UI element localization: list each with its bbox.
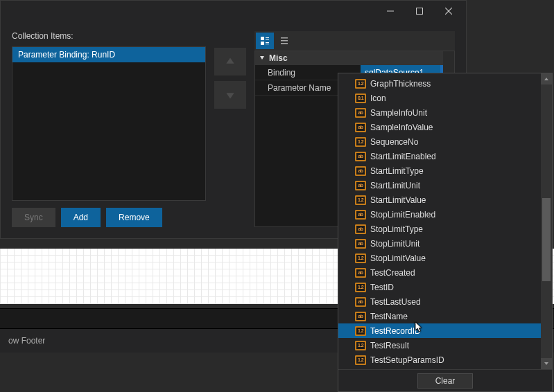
property-section-misc[interactable]: Misc: [255, 51, 454, 65]
property-section-label: Misc: [269, 53, 288, 63]
field-type-icon: ab: [355, 210, 366, 220]
dropdown-item[interactable]: abTestLastUsed: [338, 294, 552, 309]
list-item[interactable]: Parameter Binding: RunID: [12, 47, 205, 62]
dropdown-item-label: StartLimitType: [370, 166, 424, 176]
add-button[interactable]: Add: [61, 208, 101, 227]
svg-rect-5: [266, 37, 269, 38]
dropdown-item[interactable]: 1.2StartLimitValue: [338, 193, 552, 207]
svg-rect-1: [417, 8, 423, 15]
dropdown-item-label: TestCreated: [370, 268, 415, 278]
dropdown-item-label: TestLastUsed: [370, 297, 421, 307]
dropdown-item-label: StopLimitValue: [370, 253, 426, 263]
dropdown-item-label: TestName: [370, 312, 408, 321]
collection-items-panel: Collection Items: Parameter Binding: Run…: [12, 31, 206, 227]
dropdown-item[interactable]: abStopLimitEnabled: [338, 207, 552, 222]
field-type-icon: 1.2: [355, 137, 366, 147]
field-type-icon: 1.2: [355, 326, 366, 336]
close-button[interactable]: [434, 1, 463, 21]
collection-items-label: Collection Items:: [12, 31, 206, 41]
field-type-icon: 1.2: [355, 253, 366, 263]
property-toolbar: [254, 31, 455, 51]
svg-rect-6: [266, 39, 269, 39]
dropdown-item[interactable]: 1.2TestRecordID: [338, 323, 552, 338]
dropdown-item-label: StopLimitUnit: [370, 239, 419, 249]
field-type-icon: ab: [355, 181, 366, 190]
dropdown-item[interactable]: abStartLimitUnit: [338, 178, 552, 193]
svg-rect-11: [281, 40, 288, 42]
dropdown-item-label: SequenceNo: [370, 137, 418, 147]
dropdown-item[interactable]: abSampleInfoValue: [338, 120, 552, 134]
collection-items-listbox[interactable]: Parameter Binding: RunID: [12, 46, 206, 201]
svg-rect-9: [266, 44, 269, 44]
field-type-icon: ab: [355, 123, 366, 132]
remove-button[interactable]: Remove: [106, 208, 162, 227]
titlebar: [1, 1, 466, 21]
field-type-icon: ab: [355, 268, 366, 278]
dropdown-item[interactable]: 1.2TestID: [338, 280, 552, 294]
svg-rect-4: [261, 37, 264, 40]
dropdown-item-label: TestResult: [370, 341, 409, 350]
dropdown-item[interactable]: 1.2SequenceNo: [338, 134, 552, 149]
dropdown-item[interactable]: abTestName: [338, 309, 552, 323]
dropdown-item[interactable]: abTestStatus: [338, 367, 552, 369]
dropdown-item-label: SampleInfoUnit: [370, 108, 427, 118]
dropdown-item[interactable]: abStopLimitType: [338, 222, 552, 236]
field-type-icon: ab: [355, 239, 366, 249]
dropdown-item-label: StartLimitEnabled: [370, 152, 436, 161]
field-type-icon: ab: [355, 152, 366, 161]
dropdown-item[interactable]: abTestCreated: [338, 265, 552, 280]
dropdown-item[interactable]: abSampleInfoUnit: [338, 105, 552, 120]
field-type-icon: ab: [355, 297, 366, 307]
dropdown-item[interactable]: 1.2StopLimitValue: [338, 251, 552, 265]
dropdown-item[interactable]: 0.1Icon: [338, 91, 552, 105]
svg-rect-12: [281, 43, 288, 44]
dropdown-item[interactable]: abStartLimitType: [338, 163, 552, 178]
dropdown-item-label: SampleInfoValue: [370, 123, 433, 132]
field-type-icon: ab: [355, 166, 366, 176]
categorized-view-button[interactable]: [256, 33, 274, 49]
dropdown-item-label: TestSetupParamsID: [370, 355, 444, 365]
scroll-down-button[interactable]: [541, 358, 552, 369]
field-type-icon: 1.2: [355, 341, 366, 350]
move-up-button[interactable]: [214, 48, 246, 75]
move-down-button[interactable]: [214, 81, 246, 109]
field-type-icon: ab: [355, 312, 366, 321]
dropdown-item[interactable]: 1.2GraphThickness: [338, 76, 552, 91]
dropdown-item-label: Icon: [370, 93, 386, 103]
svg-rect-8: [266, 42, 269, 43]
field-type-icon: 1.2: [355, 283, 366, 292]
field-type-icon: 0.1: [355, 93, 366, 103]
field-type-icon: ab: [355, 224, 366, 234]
dropdown-item-label: GraphThickness: [370, 79, 431, 89]
dropdown-item-label: StopLimitType: [370, 224, 423, 234]
dropdown-item[interactable]: 1.2TestResult: [338, 338, 552, 353]
dropdown-list[interactable]: 1.2GraphThickness0.1IconabSampleInfoUnit…: [338, 73, 552, 369]
dropdown-item-label: TestID: [370, 283, 394, 292]
minimize-button[interactable]: [376, 1, 405, 21]
dropdown-item-label: StopLimitEnabled: [370, 210, 435, 220]
dropdown-item[interactable]: 1.2TestSetupParamsID: [338, 353, 552, 367]
field-type-icon: 1.2: [355, 355, 366, 365]
svg-rect-7: [261, 42, 264, 45]
maximize-button[interactable]: [405, 1, 434, 21]
sync-button: Sync: [12, 208, 55, 227]
field-type-icon: 1.2: [355, 195, 366, 205]
binding-dropdown: 1.2GraphThickness0.1IconabSampleInfoUnit…: [338, 73, 553, 392]
field-type-icon: ab: [355, 108, 366, 118]
scroll-up-button[interactable]: [541, 73, 552, 84]
scroll-thumb[interactable]: [542, 198, 551, 281]
field-type-icon: 1.2: [355, 79, 366, 89]
dropdown-item[interactable]: abStartLimitEnabled: [338, 149, 552, 163]
svg-rect-10: [281, 37, 288, 39]
dropdown-scrollbar[interactable]: [541, 73, 552, 369]
clear-button[interactable]: Clear: [417, 373, 473, 389]
dropdown-item-label: StartLimitValue: [370, 195, 426, 205]
dropdown-item-label: TestRecordID: [370, 326, 421, 336]
alphabetical-view-button[interactable]: [275, 33, 293, 49]
dropdown-item[interactable]: abStopLimitUnit: [338, 236, 552, 251]
dropdown-item-label: StartLimitUnit: [370, 181, 420, 190]
